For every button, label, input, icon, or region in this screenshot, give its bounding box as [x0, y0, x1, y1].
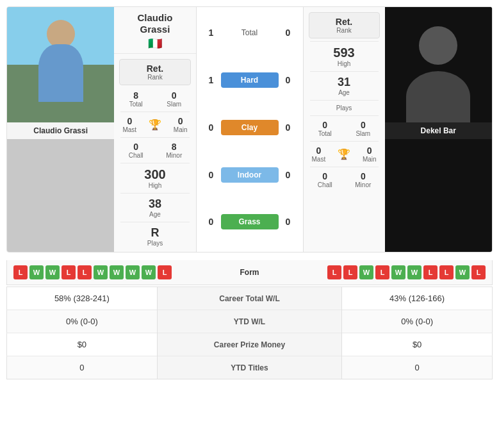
left-age-section: 38 Age: [117, 195, 193, 220]
stats-left-value: 0% (0-0): [7, 310, 158, 333]
form-badge-right: L: [423, 265, 438, 279]
right-age-label: Age: [309, 89, 380, 96]
left-player-name-line1: Claudio Grassi: [117, 12, 193, 35]
hard-row: 1 Hard 0: [202, 72, 298, 88]
player-comparison: Claudio Grassi Claudio Grassi 🇮🇹 Ret. Ra…: [6, 6, 493, 253]
form-badge-right: L: [327, 265, 341, 279]
left-high-value: 300: [119, 167, 190, 182]
left-total-stat: 8 Total: [117, 90, 155, 108]
stats-left-value: 58% (328-241): [7, 287, 158, 310]
left-trophy: 🏆: [142, 116, 168, 133]
left-player-stats-panel: Claudio Grassi 🇮🇹 Ret. Rank 8 Total 0: [114, 7, 196, 252]
left-stats-row-2: 0 Mast 🏆 0 Main: [117, 113, 193, 136]
form-badge-right: L: [471, 265, 486, 279]
divider-5: [120, 222, 189, 222]
form-badge-left: W: [45, 265, 60, 279]
left-stats-row-1: 8 Total 0 Slam: [117, 88, 193, 110]
form-badge-left: W: [29, 265, 44, 279]
right-divider-2: [310, 71, 379, 72]
left-high-section: 300 High: [117, 165, 193, 192]
stats-table-row: 0YTD Titles0: [7, 356, 493, 379]
right-high-label: High: [309, 60, 380, 67]
right-player-photo: Dekel Bar: [385, 7, 492, 252]
left-stats-row-3: 0 Chall 8 Minor: [117, 139, 193, 162]
right-stats-row-3: 0 Chall 0 Minor: [306, 169, 382, 191]
divider-2: [120, 137, 189, 138]
right-age-value: 31: [309, 76, 380, 89]
right-plays-label: Plays: [309, 104, 380, 112]
stats-right-value: 0% (0-0): [342, 310, 493, 333]
right-main-stat: 0 Main: [357, 145, 382, 163]
form-badge-left: L: [61, 265, 76, 279]
right-age-section: 31 Age: [306, 73, 382, 99]
indoor-badge: Indoor: [221, 167, 279, 183]
total-row: 1 Total 0: [202, 28, 298, 38]
total-label: Total: [221, 28, 279, 37]
divider-4: [120, 193, 189, 194]
hard-score-right: 0: [279, 75, 298, 85]
stats-table-row: 0% (0-0)YTD W/L0% (0-0): [7, 310, 493, 333]
right-form-badges: LLWLWWLLWL: [288, 265, 486, 279]
left-slam-stat: 0 Slam: [155, 90, 193, 108]
stats-right-value: 43% (126-166): [342, 287, 493, 310]
form-badge-left: L: [13, 265, 28, 279]
right-stats-row-2: 0 Mast 🏆 0 Main: [306, 143, 382, 165]
total-score-right: 0: [279, 28, 298, 38]
stats-right-value: $0: [342, 333, 493, 356]
left-main-stat: 0 Main: [168, 116, 193, 133]
form-section: LWWLLWWWWL Form LLWLWWLLWL: [6, 260, 493, 285]
right-divider-1: [310, 41, 379, 42]
stats-table-row: $0Career Prize Money$0: [7, 333, 493, 356]
clay-score-right: 0: [279, 122, 298, 133]
stats-row-label: Career Prize Money: [157, 333, 341, 356]
right-total-stat: 0 Total: [306, 120, 345, 137]
right-stats-row-1: 0 Total 0 Slam: [306, 117, 382, 140]
stats-row-label: YTD W/L: [157, 310, 341, 333]
stats-row-label: YTD Titles: [157, 356, 341, 379]
right-plays-section: Plays: [306, 102, 382, 114]
right-player-name-below: Dekel Bar: [385, 122, 492, 139]
clay-score-left: 0: [202, 122, 221, 133]
hard-badge: Hard: [221, 72, 279, 88]
left-high-label: High: [119, 182, 190, 189]
stats-table: 58% (328-241)Career Total W/L43% (126-16…: [6, 286, 493, 379]
form-badge-left: L: [78, 265, 92, 279]
form-label: Form: [211, 268, 288, 277]
right-divider-5: [310, 141, 379, 142]
stats-right-value: 0: [342, 356, 493, 379]
main-container: Claudio Grassi Claudio Grassi 🇮🇹 Ret. Ra…: [0, 0, 499, 386]
left-stats-inner: Ret. Rank 8 Total 0 Slam 0: [114, 54, 195, 252]
left-plays-section: R Plays: [117, 224, 193, 249]
indoor-score-right: 0: [279, 170, 298, 180]
right-rank-box: Ret. Rank: [309, 12, 380, 38]
form-badge-right: L: [439, 265, 454, 279]
left-player-photo: Claudio Grassi: [7, 7, 114, 252]
right-trophy: 🏆: [331, 145, 357, 163]
divider-1: [120, 112, 189, 112]
right-slam-stat: 0 Slam: [344, 120, 382, 137]
right-mast-stat: 0 Mast: [306, 145, 332, 163]
stats-left-value: $0: [7, 333, 158, 356]
right-divider-4: [310, 115, 379, 116]
left-mast-stat: 0 Mast: [117, 116, 142, 133]
left-age-label: Age: [119, 211, 190, 218]
total-score-left: 1: [202, 28, 221, 38]
right-high-value: 593: [309, 46, 380, 60]
left-plays-label: Plays: [119, 240, 190, 247]
left-chall-stat: 0 Chall: [117, 142, 155, 159]
left-form-badges: LWWLLWWWWL: [13, 265, 211, 279]
left-age-value: 38: [119, 197, 190, 211]
clay-row: 0 Clay 0: [202, 120, 298, 135]
form-badge-left: W: [94, 265, 108, 279]
clay-badge: Clay: [221, 120, 279, 135]
left-player-name-header: Claudio Grassi 🇮🇹: [114, 7, 195, 54]
grass-score-left: 0: [202, 217, 221, 227]
right-minor-stat: 0 Minor: [344, 171, 382, 188]
stats-left-value: 0: [7, 356, 158, 379]
form-badge-left: W: [126, 265, 140, 279]
right-stats-inner: Ret. Rank 593 High 31 Age Plays: [304, 7, 385, 194]
right-player-stats-panel: Ret. Rank 593 High 31 Age Plays: [303, 7, 385, 252]
form-badge-left: W: [110, 265, 124, 279]
right-player-image: [385, 7, 492, 122]
right-chall-stat: 0 Chall: [306, 171, 345, 188]
